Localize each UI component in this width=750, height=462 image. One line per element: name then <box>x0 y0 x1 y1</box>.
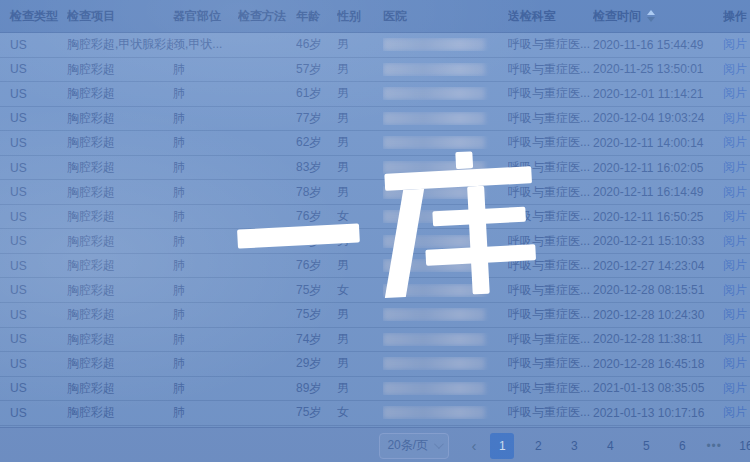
cell-hospital <box>383 136 508 149</box>
cell-action: 阅片 <box>723 134 750 151</box>
view-images-link[interactable]: 阅片 <box>723 159 747 176</box>
page-button-4[interactable]: 4 <box>598 433 622 459</box>
page-button-3[interactable]: 3 <box>562 433 586 459</box>
cell-action: 阅片 <box>723 233 750 250</box>
cell-item: 胸腔彩超,甲状腺彩超 <box>67 36 173 53</box>
view-images-link[interactable]: 阅片 <box>723 110 747 127</box>
cell-action: 阅片 <box>723 36 750 53</box>
cell-organ: 肺 <box>173 355 238 372</box>
sort-desc-icon[interactable] <box>647 17 655 22</box>
view-images-link[interactable]: 阅片 <box>723 331 747 348</box>
cell-gender: 男 <box>337 36 383 53</box>
cell-age: 83岁 <box>296 159 337 176</box>
cell-time: 2020-12-11 14:00:14 <box>593 136 723 150</box>
cell-organ: 肺 <box>173 85 238 102</box>
cell-type: US <box>0 161 67 175</box>
page-size-select[interactable]: 20条/页 <box>379 433 449 459</box>
table-row: US胸腔彩超肺89岁男呼吸与重症医...2021-01-13 08:35:05阅… <box>0 377 750 402</box>
column-header-item: 检查项目 <box>67 8 173 25</box>
cell-gender: 女 <box>337 282 383 299</box>
hospital-redaction-blur <box>383 63 485 76</box>
page-button-16[interactable]: 16 <box>734 433 750 459</box>
cell-action: 阅片 <box>723 257 750 274</box>
cell-item: 胸腔彩超 <box>67 355 173 372</box>
page-button-1[interactable]: 1 <box>490 433 514 459</box>
cell-gender: 男 <box>337 257 383 274</box>
hospital-redaction-blur <box>383 259 485 272</box>
column-header-time[interactable]: 检查时间 <box>593 8 723 25</box>
prev-page-button[interactable]: ‹ <box>469 437 478 454</box>
pagination-ellipsis[interactable]: ••• <box>706 439 722 453</box>
cell-hospital <box>383 161 508 174</box>
table-row: US胸腔彩超肺57岁男呼吸与重症医...2020-11-25 13:50:01阅… <box>0 58 750 83</box>
hospital-redaction-blur <box>383 382 485 395</box>
view-images-link[interactable]: 阅片 <box>723 306 747 323</box>
cell-action: 阅片 <box>723 61 750 78</box>
sort-asc-icon[interactable] <box>647 10 655 15</box>
cell-organ: 肺 <box>173 404 238 421</box>
table-row: US胸腔彩超肺78岁男呼吸与重症医...2020-12-11 16:14:49阅… <box>0 180 750 205</box>
page-button-6[interactable]: 6 <box>670 433 694 459</box>
cell-type: US <box>0 136 67 150</box>
cell-dept: 呼吸与重症医... <box>508 282 593 299</box>
view-images-link[interactable]: 阅片 <box>723 233 747 250</box>
cell-organ: 肺 <box>173 233 238 250</box>
view-images-link[interactable]: 阅片 <box>723 380 747 397</box>
column-header-action: 操作 <box>723 8 750 25</box>
cell-type: US <box>0 259 67 273</box>
view-images-link[interactable]: 阅片 <box>723 355 747 372</box>
view-images-link[interactable]: 阅片 <box>723 85 747 102</box>
cell-hospital <box>383 38 508 51</box>
cell-time: 2021-01-13 10:17:16 <box>593 406 723 420</box>
cell-organ: 颈,甲状... <box>173 36 238 53</box>
cell-time: 2020-12-11 16:02:05 <box>593 161 723 175</box>
cell-age: 78岁 <box>296 184 337 201</box>
cell-gender: 男 <box>337 85 383 102</box>
view-images-link[interactable]: 阅片 <box>723 61 747 78</box>
cell-action: 阅片 <box>723 331 750 348</box>
cell-dept: 呼吸与重症医... <box>508 134 593 151</box>
view-images-link[interactable]: 阅片 <box>723 404 747 421</box>
cell-age: 76岁 <box>296 257 337 274</box>
cell-dept: 呼吸与重症医... <box>508 331 593 348</box>
view-images-link[interactable]: 阅片 <box>723 134 747 151</box>
view-images-link[interactable]: 阅片 <box>723 282 747 299</box>
column-header-gender: 性别 <box>337 8 383 25</box>
cell-time: 2020-12-28 10:24:30 <box>593 308 723 322</box>
cell-time: 2020-12-01 11:14:21 <box>593 87 723 101</box>
cell-hospital <box>383 382 508 395</box>
cell-time: 2020-11-16 15:44:49 <box>593 38 723 52</box>
cell-type: US <box>0 308 67 322</box>
cell-action: 阅片 <box>723 208 750 225</box>
cell-item: 胸腔彩超 <box>67 257 173 274</box>
exam-list-screen: 检查类型检查项目器官部位检查方法年龄性别医院送检科室检查时间操作 US胸腔彩超,… <box>0 0 750 462</box>
cell-item: 胸腔彩超 <box>67 110 173 127</box>
view-images-link[interactable]: 阅片 <box>723 208 747 225</box>
cell-dept: 呼吸与重症医... <box>508 184 593 201</box>
hospital-redaction-blur <box>383 357 485 370</box>
table-row: US胸腔彩超肺76岁男呼吸与重症医...2020-12-27 14:23:04阅… <box>0 254 750 279</box>
cell-gender: 男 <box>337 134 383 151</box>
page-button-5[interactable]: 5 <box>634 433 658 459</box>
column-header-age: 年龄 <box>296 8 337 25</box>
view-images-link[interactable]: 阅片 <box>723 36 747 53</box>
table-row: US胸腔彩超肺75岁女呼吸与重症医...2021-01-13 10:17:16阅… <box>0 401 750 426</box>
cell-item: 胸腔彩超 <box>67 306 173 323</box>
cell-item: 胸腔彩超 <box>67 331 173 348</box>
cell-dept: 呼吸与重症医... <box>508 306 593 323</box>
page-button-2[interactable]: 2 <box>526 433 550 459</box>
cell-type: US <box>0 234 67 248</box>
cell-age: 46岁 <box>296 36 337 53</box>
cell-item: 胸腔彩超 <box>67 233 173 250</box>
cell-dept: 呼吸与重症医... <box>508 110 593 127</box>
cell-age: 66岁 <box>296 233 337 250</box>
cell-gender: 男 <box>337 110 383 127</box>
view-images-link[interactable]: 阅片 <box>723 184 747 201</box>
cell-hospital <box>383 357 508 370</box>
cell-type: US <box>0 62 67 76</box>
table-row: US胸腔彩超肺76岁女呼吸与重症医...2020-12-11 16:50:25阅… <box>0 205 750 230</box>
cell-item: 胸腔彩超 <box>67 134 173 151</box>
cell-age: 77岁 <box>296 110 337 127</box>
view-images-link[interactable]: 阅片 <box>723 257 747 274</box>
cell-time: 2020-12-04 19:03:24 <box>593 111 723 125</box>
